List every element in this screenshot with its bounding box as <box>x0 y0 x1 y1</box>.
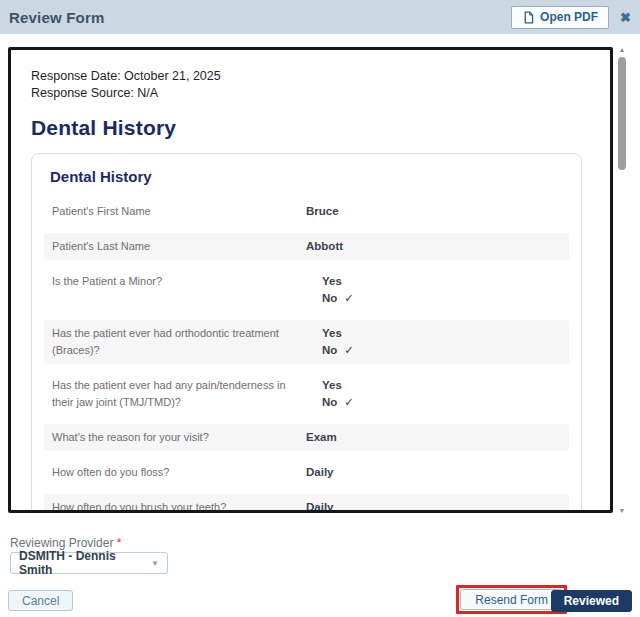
form-row: How often do you floss?Daily <box>44 459 569 486</box>
modal-header: Review Form Open PDF ✖ <box>0 0 640 34</box>
form-row: Has the patient ever had orthodontic tre… <box>44 320 569 364</box>
option-line: Yes <box>322 377 561 394</box>
provider-selected-value: DSMITH - Dennis Smith <box>19 549 151 577</box>
check-icon: ✓ <box>344 290 354 307</box>
answer-options: YesNo✓ <box>306 377 561 411</box>
open-pdf-label: Open PDF <box>540 10 598 24</box>
scrollbar-thumb[interactable] <box>618 57 626 170</box>
option-label: Yes <box>322 377 342 394</box>
form-row: What's the reason for your visit?Exam <box>44 424 569 451</box>
section-title: Dental History <box>50 168 569 185</box>
answer-value: Abbott <box>306 238 561 255</box>
form-row: Is the Patient a Minor?YesNo✓ <box>44 268 569 312</box>
check-icon: ✓ <box>344 394 354 411</box>
form-row: Has the patient ever had any pain/tender… <box>44 372 569 416</box>
option-line: Yes <box>322 273 561 290</box>
question-label: How often do you brush your teeth? <box>52 499 306 513</box>
answer-value: Daily <box>306 499 561 513</box>
reviewed-button[interactable]: Reviewed <box>551 590 632 612</box>
option-line: No✓ <box>322 394 561 411</box>
open-pdf-button[interactable]: Open PDF <box>511 6 609 29</box>
form-row: How often do you brush your teeth?Daily <box>44 494 569 513</box>
scrollbar: ▲ ▼ <box>616 45 628 516</box>
form-preview-frame: Response Date: October 21, 2025 Response… <box>8 47 613 513</box>
question-label: Is the Patient a Minor? <box>52 273 306 307</box>
form-title: Dental History <box>31 116 594 140</box>
response-date: Response Date: October 21, 2025 <box>31 68 594 85</box>
answer-options: YesNo✓ <box>306 273 561 307</box>
option-label: Yes <box>322 325 342 342</box>
close-icon[interactable]: ✖ <box>620 11 631 24</box>
response-source: Response Source: N/A <box>31 85 594 102</box>
pdf-icon <box>522 11 535 24</box>
form-section-card: Dental History Patient's First NameBruce… <box>31 153 582 513</box>
question-label: Has the patient ever had any pain/tender… <box>52 377 306 411</box>
option-label: No <box>322 394 337 411</box>
answer-value: Bruce <box>306 203 561 220</box>
option-line: No✓ <box>322 290 561 307</box>
option-label: Yes <box>322 273 342 290</box>
answer-options: YesNo✓ <box>306 325 561 359</box>
option-label: No <box>322 342 337 359</box>
answer-value: Daily <box>306 464 561 481</box>
scroll-down-icon[interactable]: ▼ <box>616 506 628 516</box>
answer-value: Exam <box>306 429 561 446</box>
question-label: What's the reason for your visit? <box>52 429 306 446</box>
question-label: Has the patient ever had orthodontic tre… <box>52 325 306 359</box>
option-line: No✓ <box>322 342 561 359</box>
chevron-down-icon: ▼ <box>151 559 159 568</box>
required-asterisk: * <box>117 536 122 550</box>
check-icon: ✓ <box>344 342 354 359</box>
form-row: Patient's First NameBruce <box>44 198 569 225</box>
scroll-up-icon[interactable]: ▲ <box>616 45 628 55</box>
modal-title: Review Form <box>9 9 105 26</box>
reviewing-provider-label: Reviewing Provider * <box>10 536 121 550</box>
reviewing-provider-select[interactable]: DSMITH - Dennis Smith ▼ <box>10 552 168 574</box>
question-label: Patient's Last Name <box>52 238 306 255</box>
cancel-button[interactable]: Cancel <box>8 590 73 611</box>
option-line: Yes <box>322 325 561 342</box>
option-label: No <box>322 290 337 307</box>
question-label: Patient's First Name <box>52 203 306 220</box>
question-label: How often do you floss? <box>52 464 306 481</box>
resend-form-button[interactable]: Resend Form <box>460 589 563 610</box>
form-row: Patient's Last NameAbbott <box>44 233 569 260</box>
form-rows: Patient's First NameBrucePatient's Last … <box>44 198 569 513</box>
